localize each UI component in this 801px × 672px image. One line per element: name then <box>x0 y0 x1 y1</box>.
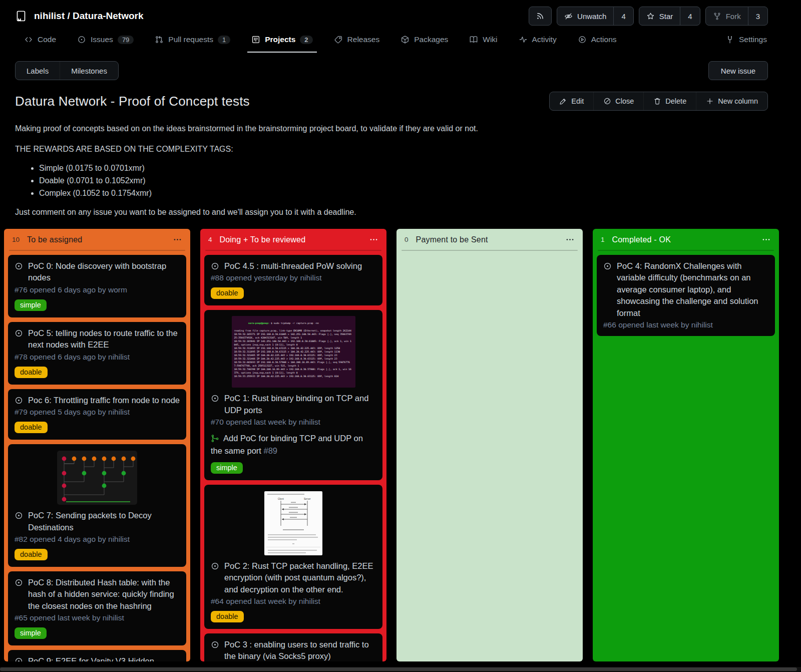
package-icon <box>400 35 410 44</box>
column-menu-icon[interactable] <box>565 235 575 244</box>
tab-pull-requests[interactable]: Pull requests 1 <box>154 29 231 53</box>
issue-card[interactable]: PoC 7: Sending packets to Decoy Destinat… <box>8 444 186 567</box>
issue-title: Poc 6: Throttling traffic from node to n… <box>28 395 180 406</box>
issue-card[interactable]: PoC 3 : enabling users to send traffic t… <box>204 633 382 661</box>
issue-card[interactable]: PoC 4.5 : multi-threaded PoW solving #88… <box>204 255 382 305</box>
repo-header: nihilist / Datura-Network Unwatch 4 Star… <box>0 0 801 26</box>
column-doing: 4 Doing + To be reviewed PoC 4.5 : multi… <box>200 229 386 661</box>
delete-button[interactable]: Delete <box>643 92 696 110</box>
issue-open-icon <box>603 262 612 270</box>
tab-activity[interactable]: Activity <box>518 29 558 53</box>
rss-button[interactable] <box>529 7 552 26</box>
star-count[interactable]: 4 <box>680 7 699 25</box>
issue-open-icon <box>15 396 23 405</box>
fork-count[interactable]: 3 <box>748 7 767 25</box>
issue-card[interactable]: PoC 5: telling nodes to route traffic to… <box>8 322 186 385</box>
activity-icon <box>519 35 528 44</box>
issue-card[interactable]: PoC 0: Node discovery with bootstrap nod… <box>8 255 186 317</box>
label-chip[interactable]: doable <box>15 422 48 433</box>
edit-button[interactable]: Edit <box>550 92 593 110</box>
issue-card[interactable]: PoC 9: E2EE for Vanity V3 Hidden <box>8 650 186 661</box>
column-menu-icon[interactable] <box>173 235 182 244</box>
issue-open-icon <box>15 329 23 338</box>
label-chip[interactable]: doable <box>211 287 244 299</box>
star-button[interactable]: Star <box>639 7 680 25</box>
pull-requests-count: 1 <box>218 36 230 44</box>
reward-item: Complex (0.1052 to 0.1754xmr) <box>39 189 768 197</box>
linked-pull-request[interactable]: Add PoC for binding TCP and UDP on the s… <box>211 432 376 457</box>
column-count: 4 <box>208 236 212 243</box>
rewards-list: Simple (0.0175 to 0.0701xmr) Doable (0.0… <box>30 164 768 197</box>
label-chip[interactable]: doable <box>211 611 244 622</box>
project-description: Making proof of concepts based on on the… <box>0 124 801 217</box>
watch-count[interactable]: 4 <box>613 7 633 25</box>
fork-button-group: Fork 3 <box>705 7 768 26</box>
label-chip[interactable]: simple <box>15 299 47 311</box>
labels-button[interactable]: Labels <box>16 62 60 80</box>
project-header: Datura Network - Proof of Concept tests … <box>0 91 801 111</box>
horizontal-scrollbar[interactable] <box>0 667 801 671</box>
repo-book-icon <box>15 10 27 22</box>
eye-off-icon <box>564 12 573 21</box>
column-title: To be assigned <box>27 235 82 244</box>
fork-icon <box>713 12 721 21</box>
issue-title: PoC 7: Sending packets to Decoy Destinat… <box>28 510 180 533</box>
column-header: 0 Payment to be Sent <box>396 229 583 249</box>
new-issue-button[interactable]: New issue <box>708 61 768 80</box>
issue-card[interactable]: PoC 8: Distributed Hash table: with the … <box>8 571 186 645</box>
issue-title: PoC 8: Distributed Hash table: with the … <box>28 577 180 612</box>
label-chip[interactable]: doable <box>15 549 48 560</box>
unwatch-button-group: Unwatch 4 <box>557 7 634 26</box>
new-column-button[interactable]: New column <box>696 92 767 110</box>
issue-title: PoC 2: Rust TCP packet handling, E2EE en… <box>224 560 376 595</box>
issue-meta: #70 opened last week by nihilist <box>211 418 376 427</box>
tab-code[interactable]: Code <box>23 29 57 53</box>
tab-packages[interactable]: Packages <box>399 29 449 53</box>
reward-item: Doable (0.0701 to 0.1052xmr) <box>39 176 768 185</box>
code-icon <box>24 35 33 44</box>
issue-card[interactable]: Client Server <box>204 485 382 629</box>
repo-name[interactable]: nihilist / Datura-Network <box>34 11 144 22</box>
issue-card[interactable]: sara-pnap@pnap: $ sudo tcpdump -r captur… <box>204 310 382 480</box>
tab-releases[interactable]: Releases <box>333 29 381 53</box>
pr-title: Add PoC for binding TCP and UDP on the s… <box>211 434 363 455</box>
issue-card[interactable]: PoC 4: RandomX Challenges with variable … <box>597 255 775 336</box>
tab-issues[interactable]: Issues 79 <box>76 29 135 53</box>
column-cards <box>396 251 583 661</box>
tab-wiki[interactable]: Wiki <box>468 29 498 53</box>
tab-projects[interactable]: Projects 2 <box>250 29 313 53</box>
issue-title: PoC 0: Node discovery with bootstrap nod… <box>28 260 180 284</box>
column-header: 10 To be assigned <box>4 229 190 249</box>
issue-open-icon <box>211 562 219 570</box>
fork-button[interactable]: Fork <box>706 7 748 25</box>
circle-slash-icon <box>603 97 611 105</box>
project-board: 10 To be assigned PoC 0: Node discovery … <box>0 229 801 661</box>
projects-icon <box>251 35 260 44</box>
star-button-group: Star 4 <box>639 7 700 26</box>
unwatch-button[interactable]: Unwatch <box>557 7 613 25</box>
repo-actions: Unwatch 4 Star 4 Fork 3 <box>529 7 768 26</box>
issue-meta: #64 opened last week by nihilist <box>211 597 376 606</box>
issue-meta: #79 opened 5 days ago by nihilist <box>15 408 180 417</box>
column-title: Completed - OK <box>612 235 671 244</box>
scrollbar-thumb[interactable] <box>0 667 797 671</box>
tab-settings[interactable]: Settings <box>724 29 768 53</box>
issue-card[interactable]: Poc 6: Throttling traffic from node to n… <box>8 389 186 440</box>
tab-actions[interactable]: Actions <box>577 29 618 53</box>
issues-count: 79 <box>118 36 134 44</box>
issue-title: PoC 3 : enabling users to send traffic t… <box>224 639 376 661</box>
column-count: 10 <box>12 236 20 243</box>
milestones-button[interactable]: Milestones <box>60 62 118 80</box>
issue-title: PoC 4: RandomX Challenges with variable … <box>617 260 768 319</box>
column-menu-icon[interactable] <box>761 235 771 244</box>
column-completed: 1 Completed - OK PoC 4: RandomX Challeng… <box>593 229 779 661</box>
plus-icon <box>706 97 714 105</box>
label-chip[interactable]: simple <box>211 462 243 474</box>
label-chip[interactable]: simple <box>15 627 47 639</box>
issue-meta: #78 opened 6 days ago by nihilist <box>15 353 180 362</box>
column-menu-icon[interactable] <box>369 235 378 244</box>
column-header: 1 Completed - OK <box>593 229 779 249</box>
close-button[interactable]: Close <box>593 92 643 110</box>
label-chip[interactable]: doable <box>15 367 48 378</box>
issue-open-icon <box>15 657 23 661</box>
